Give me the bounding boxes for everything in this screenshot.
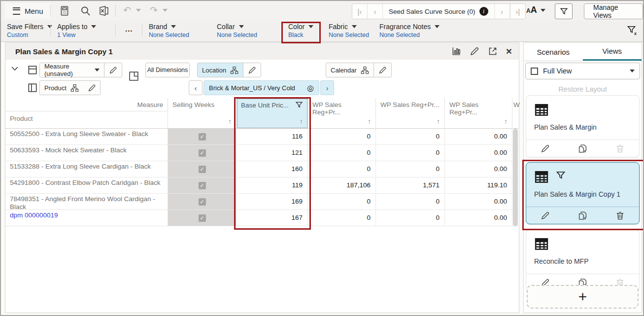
sort-asc-icon[interactable]: ↑ (504, 117, 508, 125)
row-label[interactable]: 78498351 - Angled Front Merino Wool Card… (5, 194, 168, 210)
column-header-selling-weeks[interactable]: Selling Weeks ↑ (168, 98, 237, 129)
filter-color[interactable]: Color Black (288, 23, 313, 38)
filter-fragrance-notes[interactable]: Fragrance Notes None Selected (379, 23, 440, 38)
cell-wp-sales-3[interactable]: 0.00 (445, 129, 512, 145)
cell-wp-sales-3[interactable]: 0.00 (445, 210, 512, 226)
slice-next-button[interactable]: › (320, 80, 334, 95)
edit-view-pencil-icon[interactable] (470, 46, 479, 56)
row-label[interactable]: 50633593 - Mock Neck Sweater - Black (5, 145, 168, 161)
edit-view-pencil-icon[interactable] (541, 211, 550, 220)
duplicate-view-icon[interactable] (578, 144, 587, 153)
edit-view-pencil-icon[interactable] (541, 144, 550, 153)
cell-base-unit-price[interactable]: 167 (237, 210, 308, 226)
product-dimension-button[interactable]: Product (40, 81, 83, 95)
cell-wp-sales-2[interactable]: 0 (376, 145, 445, 161)
redo-icon[interactable]: ↷ (150, 4, 158, 16)
duplicate-view-icon[interactable] (578, 211, 587, 220)
cell-wp-sales-2[interactable]: 0 (376, 194, 445, 210)
row-label-link[interactable]: dpm 000000019 (5, 210, 168, 226)
row-label[interactable]: 50552500 - Extra Long Sleeve Sweater - B… (5, 129, 168, 145)
column-filter-icon[interactable] (295, 101, 303, 109)
cell-wp-sales-1[interactable]: 0 (308, 129, 376, 145)
menu-button[interactable]: Menu (5, 3, 51, 19)
column-header-wp-sales-1[interactable]: WP Sales Reg+Pr... ↑ (308, 98, 376, 129)
search-icon[interactable] (80, 5, 91, 16)
row-label[interactable]: 51533288 - Extra Long Sleeve Cardigan - … (5, 161, 168, 177)
sort-asc-icon[interactable]: ↑ (228, 117, 232, 125)
location-edit-button[interactable] (243, 63, 261, 77)
sort-asc-icon[interactable]: ↑ (300, 117, 303, 125)
slice-breadcrumb[interactable]: Brick & Mortar_US / Very Cold ◎ (203, 80, 319, 95)
filter-brand[interactable]: Brand None Selected (149, 23, 189, 38)
manage-views-button[interactable]: Manage Views (584, 3, 643, 19)
view-card-reconcile-to-mfp[interactable]: Reconcile to MFP (526, 229, 640, 291)
sort-asc-icon[interactable]: ↑ (437, 117, 440, 125)
checkbox-checked[interactable]: ✓ (199, 198, 206, 206)
more-filters-button[interactable]: ... (125, 25, 133, 33)
cell-wp-sales-3[interactable]: 0.00 (445, 161, 512, 177)
product-edit-button[interactable] (83, 81, 101, 95)
cell-base-unit-price[interactable]: 119 (237, 177, 308, 194)
checkbox-checked[interactable]: ✓ (199, 166, 206, 173)
all-dimensions-button[interactable]: All Dimensions (145, 63, 190, 77)
cell-wp-sales-1[interactable]: 0 (308, 194, 376, 210)
filter-toggle-button[interactable] (555, 3, 573, 19)
location-dimension-button[interactable]: Location (198, 63, 243, 77)
cell-wp-sales-1[interactable]: 0 (308, 145, 376, 161)
clear-filters-button[interactable]: x (627, 25, 639, 37)
full-view-dropdown[interactable]: Full View (525, 63, 640, 79)
column-header-wp-sales-3[interactable]: WP Sales Reg+Pr... ↑ (445, 98, 512, 129)
cell-wp-sales-2[interactable]: 1,571 (376, 177, 445, 194)
nav-first-button[interactable]: |‹ (352, 4, 368, 19)
font-size-control[interactable]: AA (526, 5, 545, 15)
table-vertical-scrollbar[interactable] (513, 129, 518, 226)
cell-wp-sales-1[interactable]: 0 (308, 161, 376, 177)
calculator-icon[interactable] (59, 5, 70, 16)
collapse-chevron-down-icon[interactable] (11, 67, 18, 70)
cell-base-unit-price[interactable]: 160 (237, 161, 308, 177)
cell-wp-sales-1[interactable]: 187,106 (308, 177, 376, 194)
cell-wp-sales-2[interactable]: 0 (376, 129, 445, 145)
chart-icon[interactable] (451, 46, 461, 56)
cell-wp-sales-3[interactable]: 0.00 (445, 194, 512, 210)
view-card-plan-sales-margin-copy-1[interactable]: Plan Sales & Margin Copy 1 (526, 162, 640, 224)
cell-base-unit-price[interactable]: 121 (237, 145, 308, 161)
view-card-plan-sales-margin[interactable]: Plan Sales & Margin (526, 95, 640, 157)
column-header-base-unit-price[interactable]: Base Unit Pric... ↑ (237, 98, 308, 129)
measure-dropdown[interactable]: Measure (unsaved) (40, 63, 104, 77)
calendar-edit-button[interactable] (374, 63, 391, 77)
checkbox-checked[interactable]: ✓ (199, 182, 206, 189)
nav-last-button[interactable]: ›| (510, 4, 525, 19)
cell-base-unit-price[interactable]: 116 (237, 129, 308, 145)
filter-fabric[interactable]: Fabric None Selected (329, 23, 369, 38)
tab-views[interactable]: Views (583, 43, 642, 61)
save-filters-control[interactable]: Save Filters Custom (7, 23, 52, 38)
sort-asc-icon[interactable]: ↑ (368, 117, 371, 125)
nav-prev-button[interactable]: ‹ (368, 4, 383, 19)
delete-view-trash-icon[interactable] (615, 211, 625, 220)
cell-wp-sales-2[interactable]: 0 (376, 210, 445, 226)
save-filters-value[interactable]: Custom (7, 32, 52, 38)
cell-wp-sales-2[interactable]: 0 (376, 161, 445, 177)
close-icon[interactable]: × (506, 46, 512, 56)
undo-dropdown-caret[interactable] (136, 9, 141, 12)
expand-icon[interactable] (488, 46, 498, 56)
checkbox-checked[interactable]: ✓ (199, 214, 206, 222)
restore-layout-button[interactable]: Restore Layout (524, 82, 642, 96)
applies-to-value[interactable]: 1 View (57, 32, 96, 38)
calendar-dimension-button[interactable]: Calendar (326, 63, 373, 77)
filter-collar[interactable]: Collar None Selected (217, 23, 257, 38)
nav-next-button[interactable]: › (495, 4, 510, 19)
cell-base-unit-price[interactable]: 169 (237, 194, 308, 210)
applies-to-control[interactable]: Applies to 1 View (57, 23, 96, 38)
redo-dropdown-caret[interactable] (163, 9, 168, 12)
excel-export-icon[interactable] (99, 5, 109, 16)
target-icon[interactable]: ◎ (307, 83, 314, 93)
cell-wp-sales-3[interactable]: 0.00 (445, 145, 512, 161)
slice-prev-button[interactable]: ‹ (189, 80, 203, 95)
checkbox-checked[interactable]: ✓ (199, 149, 206, 157)
info-icon[interactable]: i (479, 7, 488, 16)
cell-wp-sales-3[interactable]: 119.10 (445, 177, 512, 194)
row-label[interactable]: 54291800 - Contrast Elbow Patch Caridgan… (5, 177, 168, 194)
column-header-wp-sales-2[interactable]: WP Sales Reg+Pr... ↑ (376, 98, 445, 129)
